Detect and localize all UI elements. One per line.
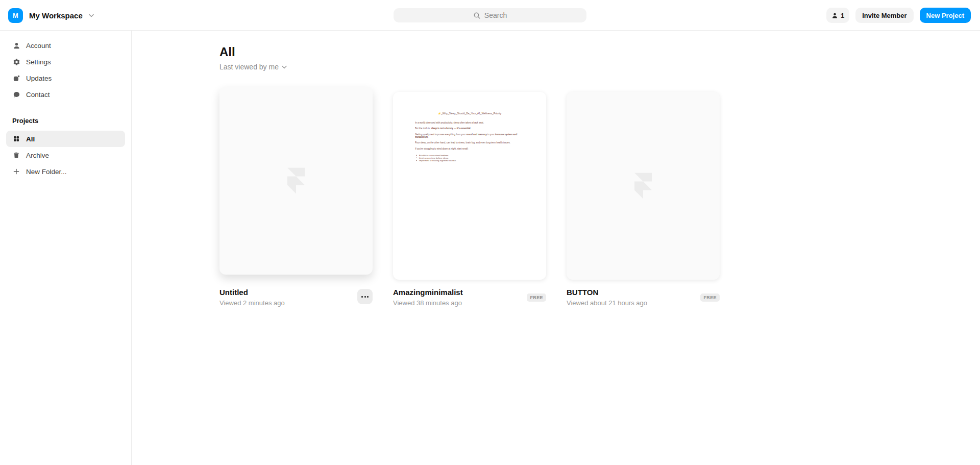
project-thumbnail-amazingminimalist[interactable]: ⚡_Why_Sleep_Should_Be_Your_#1_Wellness_P… <box>393 92 546 280</box>
sidebar-item-label: Archive <box>26 152 49 159</box>
sidebar-item-label: Settings <box>26 58 51 66</box>
sidebar-item-label: Account <box>26 42 51 50</box>
search-icon <box>473 12 481 19</box>
invite-member-button[interactable]: Invite Member <box>855 8 913 23</box>
sidebar-item-label: Updates <box>26 75 52 82</box>
project-meta: Viewed 38 minutes ago <box>393 299 546 307</box>
sidebar-item-archive[interactable]: Archive <box>6 147 125 163</box>
project-meta: Viewed about 21 hours ago <box>567 299 720 307</box>
sidebar-item-updates[interactable]: Updates <box>6 70 125 86</box>
sidebar-item-settings[interactable]: Settings <box>6 54 125 70</box>
doc-title: ⚡_Why_Sleep_Should_Be_Your_#1_Wellness_P… <box>401 112 538 115</box>
project-meta: Viewed 2 minutes ago <box>219 299 373 307</box>
sidebar-item-label: New Folder... <box>26 168 67 176</box>
chevron-down-icon <box>89 14 94 17</box>
topbar-actions: 1 Invite Member New Project <box>826 8 971 23</box>
dot <box>364 296 366 298</box>
project-info-untitled: Untitled Viewed 2 minutes ago <box>219 287 373 307</box>
project-name[interactable]: BUTTON <box>567 287 720 298</box>
sidebar-item-all-projects[interactable]: All <box>6 131 125 147</box>
workspace-switcher[interactable]: M My Workspace <box>8 0 94 31</box>
document-preview: ⚡_Why_Sleep_Should_Be_Your_#1_Wellness_P… <box>393 92 546 280</box>
sidebar-item-label: All <box>26 135 35 143</box>
workspace-name: My Workspace <box>29 11 83 20</box>
framer-logo-icon <box>634 173 652 199</box>
chat-icon <box>12 90 20 99</box>
user-icon <box>12 41 20 50</box>
project-thumbnail-button[interactable] <box>567 92 720 280</box>
doc-body: In a world obsessed with productivity, s… <box>415 121 529 162</box>
dot <box>367 296 369 298</box>
dot <box>361 296 363 298</box>
sidebar-item-new-folder[interactable]: New Folder... <box>6 163 125 180</box>
projects-heading: Projects <box>6 117 125 125</box>
plus-icon <box>12 167 20 176</box>
updates-icon <box>12 74 20 82</box>
sidebar: Account Settings Updates Contact Project… <box>0 31 132 465</box>
project-info-amazingminimalist: Amazingminimalist Viewed 38 minutes ago … <box>393 287 546 307</box>
search-input[interactable]: Search <box>394 8 586 22</box>
workspace-avatar[interactable]: M <box>8 8 23 23</box>
new-project-button[interactable]: New Project <box>920 8 971 23</box>
framer-logo-icon <box>287 168 305 194</box>
trash-icon <box>12 151 20 159</box>
member-icon <box>831 12 838 19</box>
grid-icon <box>12 135 20 143</box>
doc-bullet-list: Establish a consistent bedtime. Limit sc… <box>415 154 529 162</box>
free-badge: FREE <box>700 293 720 302</box>
project-name[interactable]: Untitled <box>219 287 373 298</box>
chevron-down-icon <box>282 65 287 69</box>
gear-icon <box>12 58 20 66</box>
member-count: 1 <box>841 12 844 19</box>
search-placeholder: Search <box>484 11 507 19</box>
sort-dropdown[interactable]: Last viewed by me <box>219 63 287 71</box>
project-name[interactable]: Amazingminimalist <box>393 287 546 298</box>
page-title: All <box>219 45 235 59</box>
sidebar-item-contact[interactable]: Contact <box>6 86 125 103</box>
topbar: M My Workspace Search 1 Invite Member Ne… <box>0 0 980 31</box>
member-count-button[interactable]: 1 <box>826 8 849 23</box>
sort-label: Last viewed by me <box>219 63 279 71</box>
project-thumbnail-untitled[interactable] <box>219 87 373 275</box>
sidebar-item-account[interactable]: Account <box>6 37 125 54</box>
project-menu-button[interactable] <box>357 289 373 304</box>
project-info-button: BUTTON Viewed about 21 hours ago FREE <box>567 287 720 307</box>
free-badge: FREE <box>527 293 546 302</box>
sidebar-divider <box>7 110 124 110</box>
sidebar-item-label: Contact <box>26 91 50 99</box>
